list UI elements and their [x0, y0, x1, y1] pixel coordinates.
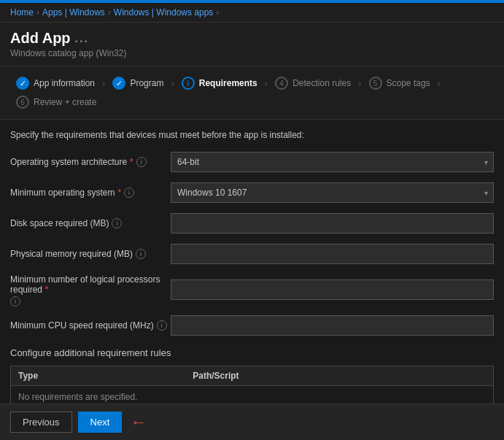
step-2-label: Program — [130, 78, 163, 88]
step-1-icon: ✓ — [16, 77, 29, 90]
info-memory[interactable]: i — [136, 249, 146, 259]
page-title-dots: ... — [75, 32, 89, 45]
info-cpu[interactable]: i — [157, 320, 167, 331]
step-5-label: Scope tags — [387, 78, 430, 88]
step-5-icon: 5 — [369, 77, 382, 90]
form-row-processors: Minimum number of logical processors req… — [10, 273, 494, 306]
next-button[interactable]: Next — [78, 412, 123, 433]
step-6-icon: 6 — [16, 96, 29, 109]
input-cpu[interactable] — [171, 315, 494, 336]
step-3-label: Requirements — [199, 78, 257, 88]
step-sep-2: › — [171, 78, 174, 89]
label-min-os: Minimum operating system * i — [10, 188, 171, 198]
select-os-arch[interactable]: 64-bit 32-bit 32-bit or 64-bit — [171, 152, 494, 172]
step-program[interactable]: ✓ Program — [106, 74, 169, 93]
page-header: Add App ... Windows catalog app (Win32) — [0, 23, 504, 66]
arrow-indicator: ← — [131, 413, 147, 432]
form-row-min-os: Minimum operating system * i Windows 10 … — [10, 181, 494, 204]
label-disk: Disk space required (MB) i — [10, 218, 171, 228]
step-sep-1: › — [102, 78, 105, 89]
step-review-create[interactable]: 6 Review + create — [10, 93, 102, 112]
step-2-icon: ✓ — [112, 77, 125, 90]
input-memory[interactable] — [171, 244, 494, 264]
step-6-label: Review + create — [34, 97, 96, 107]
col-type: Type — [11, 366, 186, 386]
label-memory: Physical memory required (MB) i — [10, 249, 171, 259]
label-cpu: Minimum CPU speed required (MHz) i — [10, 320, 171, 331]
main-content: Specify the requirements that devices mu… — [0, 120, 504, 440]
input-disk[interactable] — [171, 213, 494, 233]
step-4-label: Detection rules — [292, 78, 351, 88]
info-processors[interactable]: i — [10, 296, 20, 306]
select-min-os[interactable]: Windows 10 1607 Windows 10 1507 Windows … — [171, 182, 494, 203]
step-detection-rules[interactable]: 4 Detection rules — [269, 74, 357, 93]
step-sep-3: › — [265, 78, 268, 89]
select-wrapper-min-os: Windows 10 1607 Windows 10 1507 Windows … — [171, 182, 494, 203]
step-3-icon: i — [182, 77, 195, 90]
input-processors[interactable] — [171, 279, 494, 300]
step-requirements[interactable]: i Requirements — [176, 74, 263, 93]
step-sep-4: › — [358, 78, 361, 89]
form-row-disk: Disk space required (MB) i — [10, 212, 494, 235]
col-path: Path/Script — [185, 366, 493, 386]
previous-button[interactable]: Previous — [10, 412, 72, 433]
form-row-memory: Physical memory required (MB) i — [10, 242, 494, 266]
required-processors: * — [44, 285, 48, 295]
configure-title: Configure additional requirement rules — [10, 347, 494, 358]
info-os-arch[interactable]: i — [136, 157, 147, 167]
step-sep-5: › — [438, 78, 441, 89]
breadcrumb-apps-windows[interactable]: Apps | Windows — [42, 7, 105, 18]
section-description: Specify the requirements that devices mu… — [10, 130, 494, 140]
breadcrumb-home[interactable]: Home — [10, 7, 34, 18]
info-disk[interactable]: i — [112, 218, 122, 228]
breadcrumb-sep-1: › — [36, 7, 39, 18]
bottom-bar: Previous Next ← — [0, 404, 504, 440]
form-row-os-arch: Operating system architecture * i 64-bit… — [10, 150, 494, 174]
step-1-label: App information — [34, 78, 95, 88]
breadcrumb-sep-2: › — [108, 7, 111, 18]
breadcrumb: Home › Apps | Windows › Windows | Window… — [0, 3, 504, 23]
required-min-os: * — [117, 188, 121, 198]
label-os-arch: Operating system architecture * i — [10, 157, 171, 167]
wizard-steps: ✓ App information › ✓ Program › i Requir… — [0, 66, 504, 120]
form-row-cpu: Minimum CPU speed required (MHz) i — [10, 314, 494, 337]
required-os-arch: * — [130, 157, 133, 167]
step-4-icon: 4 — [275, 77, 288, 90]
step-app-information[interactable]: ✓ App information — [10, 74, 101, 93]
breadcrumb-windows-apps[interactable]: Windows | Windows apps — [114, 7, 214, 18]
breadcrumb-sep-3: › — [216, 7, 219, 18]
select-wrapper-os-arch: 64-bit 32-bit 32-bit or 64-bit ▾ — [171, 152, 494, 172]
rules-table: Type Path/Script No requirements are spe… — [10, 366, 494, 409]
page-subtitle: Windows catalog app (Win32) — [10, 48, 494, 58]
step-scope-tags[interactable]: 5 Scope tags — [363, 74, 436, 93]
info-min-os[interactable]: i — [124, 188, 134, 198]
label-processors: Minimum number of logical processors req… — [10, 273, 171, 306]
page-title-text: Add App — [10, 30, 71, 47]
